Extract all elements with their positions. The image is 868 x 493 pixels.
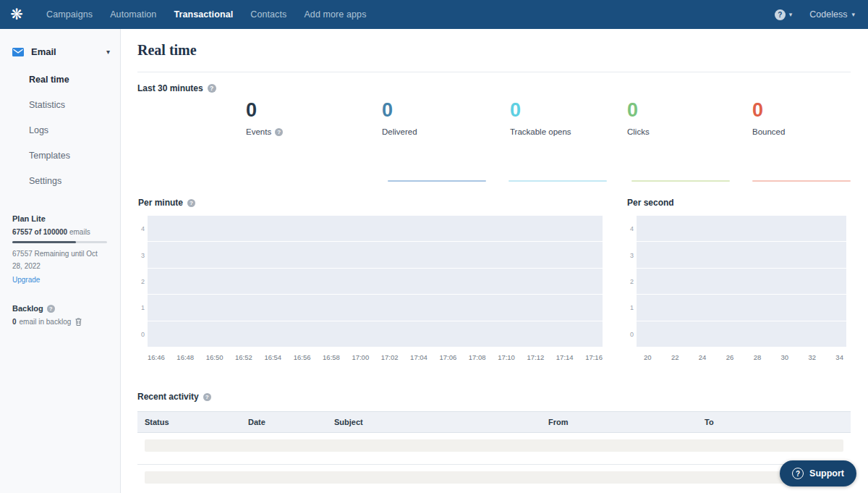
account-name: Codeless [809, 9, 847, 20]
per-second-plot-area [637, 216, 846, 347]
per-minute-title: Per minute [138, 198, 183, 208]
stat-delivered-value: 0 [382, 99, 417, 121]
stat-trackable-opens: 0 Trackable opens [510, 99, 571, 136]
nav-item-add-more-apps[interactable]: Add more apps [295, 1, 375, 28]
plan-progress-fill [12, 241, 76, 243]
plan-name: Plan Lite [12, 214, 110, 223]
backlog-title: Backlog [12, 304, 43, 313]
loading-skeleton-bar [145, 471, 843, 484]
support-button-label: Support [809, 468, 844, 479]
plan-progress-bar [12, 241, 107, 243]
backlog-section: Backlog 0 email in backlog [12, 304, 110, 326]
loading-skeleton-bar [145, 439, 843, 452]
help-icon [775, 9, 786, 20]
chevron-down-icon: ▾ [851, 12, 855, 18]
main-content: Real time Last 30 minutes 0 Events 0 Del… [122, 29, 868, 493]
upgrade-link[interactable]: Upgrade [12, 276, 40, 284]
table-header-row: Status Date Subject From To [137, 412, 851, 433]
envelope-icon [12, 48, 24, 56]
backlog-status: email in backlog [20, 318, 72, 326]
col-subject: Subject [327, 412, 541, 432]
sidebar-item-real-time[interactable]: Real time [0, 67, 120, 93]
nav-item-contacts[interactable]: Contacts [242, 1, 295, 28]
trackable-opens-sparkline [509, 180, 607, 182]
account-menu-dropdown[interactable]: Codeless ▾ [809, 9, 855, 20]
charts-row: Per minute 43210 16:4616:4816:5016:5216:… [137, 198, 851, 370]
chevron-down-icon: ▾ [106, 48, 110, 56]
chevron-down-icon: ▾ [789, 12, 793, 18]
per-second-y-axis: 43210 [626, 216, 634, 347]
sidebar-email-label: Email [31, 46, 56, 57]
per-minute-chart: Per minute 43210 16:4616:4816:5016:5216:… [137, 198, 603, 361]
sidebar-item-statistics[interactable]: Statistics [0, 93, 120, 118]
nav-item-automation[interactable]: Automation [101, 1, 165, 28]
events-help-icon[interactable] [275, 128, 283, 136]
stat-clicks-value: 0 [627, 99, 650, 121]
stat-clicks-label: Clicks [627, 127, 650, 136]
support-button[interactable]: Support [780, 460, 856, 486]
primary-nav: Campaigns Automation Transactional Conta… [38, 1, 375, 28]
stat-events: 0 Events [246, 99, 283, 136]
last-30-minutes-label: Last 30 minutes [137, 83, 203, 93]
sidebar-email-section-toggle[interactable]: Email ▾ [0, 39, 120, 64]
bounced-sparkline [752, 180, 851, 182]
stat-bounced: 0 Bounced [752, 99, 785, 136]
stat-delivered: 0 Delivered [382, 99, 417, 136]
col-date: Date [241, 412, 327, 432]
sidebar-item-settings[interactable]: Settings [0, 169, 120, 194]
clicks-sparkline [631, 180, 730, 182]
per-second-title: Per second [627, 198, 674, 208]
sidebar: Email ▾ Real time Statistics Logs Templa… [0, 29, 121, 493]
plan-summary: Plan Lite 67557 of 100000 emails 67557 R… [12, 214, 110, 285]
delivered-sparkline [388, 180, 486, 182]
sidebar-item-logs[interactable]: Logs [0, 118, 120, 143]
plan-remaining-text: 67557 Remaining until Oct 28, 2022 [12, 248, 103, 272]
stat-bounced-value: 0 [752, 99, 785, 121]
per-minute-x-axis: 16:4616:4816:5016:5216:5416:5616:5817:00… [148, 353, 603, 361]
stat-events-label: Events [246, 127, 271, 136]
sidebar-item-templates[interactable]: Templates [0, 143, 120, 169]
top-navbar: Campaigns Automation Transactional Conta… [0, 0, 868, 29]
table-row [137, 471, 851, 493]
recent-activity-help-icon[interactable] [203, 393, 211, 401]
recent-activity-title: Recent activity [137, 392, 199, 402]
nav-item-campaigns[interactable]: Campaigns [38, 1, 101, 28]
stat-bounced-label: Bounced [752, 127, 785, 136]
plan-usage-count: 67557 of 100000 [12, 228, 67, 236]
table-row [137, 439, 851, 465]
support-help-icon [792, 468, 804, 479]
per-second-x-axis: 2022242628303234 [637, 353, 846, 361]
backlog-count: 0 [12, 318, 17, 326]
recent-activity-section: Recent activity Status Date Subject From… [137, 392, 851, 493]
divider [137, 72, 851, 72]
stats-row: 0 Events 0 Delivered 0 Trackable opens 0… [137, 93, 851, 189]
col-from: From [541, 412, 697, 432]
stat-delivered-label: Delivered [382, 127, 417, 136]
per-second-chart: Per second 43210 2022242628303234 [626, 198, 846, 361]
brand-logo-icon[interactable] [6, 4, 27, 25]
backlog-help-icon[interactable] [47, 305, 55, 313]
help-menu-dropdown[interactable]: ▾ [775, 9, 793, 20]
plan-usage-suffix: emails [67, 228, 90, 236]
page-title: Real time [137, 42, 851, 59]
nav-item-transactional[interactable]: Transactional [165, 1, 242, 28]
recent-activity-table: Status Date Subject From To [137, 411, 851, 493]
sidebar-nav: Real time Statistics Logs Templates Sett… [0, 67, 120, 194]
stat-clicks: 0 Clicks [627, 99, 650, 136]
per-minute-plot-area [148, 216, 603, 347]
per-minute-help-icon[interactable] [187, 199, 195, 207]
last-30-minutes-help-icon[interactable] [208, 84, 216, 93]
stat-events-value: 0 [246, 99, 283, 121]
trash-icon[interactable] [75, 318, 82, 326]
col-to: To [697, 412, 851, 432]
stat-trackable-opens-value: 0 [510, 99, 571, 121]
plan-usage: 67557 of 100000 emails [12, 228, 110, 236]
stat-trackable-opens-label: Trackable opens [510, 127, 571, 136]
col-status: Status [137, 412, 241, 432]
per-minute-y-axis: 43210 [137, 216, 145, 347]
